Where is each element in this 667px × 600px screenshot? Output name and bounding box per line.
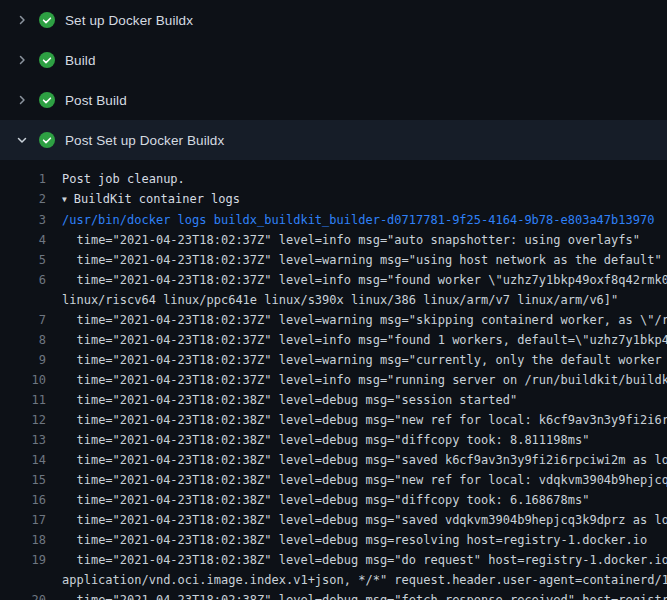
step-section-label: Post Build — [65, 93, 127, 108]
step-section-header[interactable]: Build — [0, 40, 667, 80]
log-line: 12 time="2021-04-23T18:02:38Z" level=deb… — [0, 410, 667, 430]
log-line-text: time="2021-04-23T18:02:38Z" level=debug … — [62, 550, 667, 590]
step-section-header[interactable]: Post Set up Docker Buildx — [0, 120, 667, 160]
check-circle-icon — [39, 52, 55, 68]
log-line: 16 time="2021-04-23T18:02:38Z" level=deb… — [0, 490, 667, 510]
log-line: 18 time="2021-04-23T18:02:38Z" level=deb… — [0, 530, 667, 550]
log-line-text: ▼BuildKit container logs — [62, 189, 667, 210]
chevron-down-icon[interactable] — [14, 132, 30, 148]
log-line-text: time="2021-04-23T18:02:37Z" level=info m… — [62, 270, 667, 310]
log-line-text: /usr/bin/docker logs buildx_buildkit_bui… — [62, 210, 667, 230]
step-sections: Set up Docker Buildx Build Post Buil — [0, 0, 667, 160]
log-line-number[interactable]: 10 — [0, 370, 46, 390]
log-line-number[interactable]: 20 — [0, 590, 46, 600]
log-line-number[interactable]: 16 — [0, 490, 46, 510]
step-section-label: Post Set up Docker Buildx — [65, 133, 224, 148]
step-section-header[interactable]: Set up Docker Buildx — [0, 0, 667, 40]
step-section-label: Build — [65, 53, 96, 68]
log-line-text: time="2021-04-23T18:02:37Z" level=warnin… — [62, 310, 667, 330]
log-line-text: time="2021-04-23T18:02:38Z" level=debug … — [62, 450, 667, 470]
check-circle-icon — [39, 12, 55, 28]
log-line: 9 time="2021-04-23T18:02:37Z" level=warn… — [0, 350, 667, 370]
log-line-number[interactable]: 5 — [0, 250, 46, 270]
log-line-number[interactable]: 8 — [0, 330, 46, 350]
log-line: 8 time="2021-04-23T18:02:37Z" level=info… — [0, 330, 667, 350]
log-line: 15 time="2021-04-23T18:02:38Z" level=deb… — [0, 470, 667, 490]
log-line-number[interactable]: 15 — [0, 470, 46, 490]
log-line: 6 time="2021-04-23T18:02:37Z" level=info… — [0, 270, 667, 310]
step-section-header[interactable]: Post Build — [0, 80, 667, 120]
log-line-text: time="2021-04-23T18:02:38Z" level=debug … — [62, 590, 667, 600]
log-line: 7 time="2021-04-23T18:02:37Z" level=warn… — [0, 310, 667, 330]
log-line-text: Post job cleanup. — [62, 169, 667, 189]
chevron-right-icon[interactable] — [14, 92, 30, 108]
log-line: 1 Post job cleanup. — [0, 169, 667, 189]
log-line-number[interactable]: 12 — [0, 410, 46, 430]
log-line-number[interactable]: 17 — [0, 510, 46, 530]
log-line-text: time="2021-04-23T18:02:38Z" level=debug … — [62, 490, 667, 510]
chevron-right-icon[interactable] — [14, 52, 30, 68]
log-line: 11 time="2021-04-23T18:02:38Z" level=deb… — [0, 390, 667, 410]
log-line: 4 time="2021-04-23T18:02:37Z" level=info… — [0, 230, 667, 250]
log-line-number[interactable]: 13 — [0, 430, 46, 450]
log-line-text: time="2021-04-23T18:02:38Z" level=debug … — [62, 390, 667, 410]
log-line-number[interactable]: 9 — [0, 350, 46, 370]
log-line-number[interactable]: 14 — [0, 450, 46, 470]
group-label[interactable]: BuildKit container logs — [74, 192, 240, 206]
log-line-text: time="2021-04-23T18:02:38Z" level=debug … — [62, 470, 667, 490]
log-line: 14 time="2021-04-23T18:02:38Z" level=deb… — [0, 450, 667, 470]
log-line-number[interactable]: 2 — [0, 189, 46, 209]
log-line-text: time="2021-04-23T18:02:38Z" level=debug … — [62, 410, 667, 430]
log-line-text: time="2021-04-23T18:02:38Z" level=debug … — [62, 430, 667, 450]
log-line: 17 time="2021-04-23T18:02:38Z" level=deb… — [0, 510, 667, 530]
log-line: 5 time="2021-04-23T18:02:37Z" level=warn… — [0, 250, 667, 270]
log-line: 13 time="2021-04-23T18:02:38Z" level=deb… — [0, 430, 667, 450]
log-line-text: time="2021-04-23T18:02:37Z" level=info m… — [62, 370, 667, 390]
step-section-label: Set up Docker Buildx — [65, 13, 193, 28]
log-line-text: time="2021-04-23T18:02:38Z" level=debug … — [62, 510, 667, 530]
log-line-number[interactable]: 11 — [0, 390, 46, 410]
log-line: 10 time="2021-04-23T18:02:37Z" level=inf… — [0, 370, 667, 390]
log-line-number[interactable]: 4 — [0, 230, 46, 250]
log-line-text: time="2021-04-23T18:02:37Z" level=info m… — [62, 330, 667, 350]
workflow-log-viewer: Set up Docker Buildx Build Post Buil — [0, 0, 667, 600]
log-line-number[interactable]: 18 — [0, 530, 46, 550]
log-line: 19 time="2021-04-23T18:02:38Z" level=deb… — [0, 550, 667, 590]
log-line-number[interactable]: 1 — [0, 169, 46, 189]
log-line: 3 /usr/bin/docker logs buildx_buildkit_b… — [0, 210, 667, 230]
chevron-right-icon[interactable] — [14, 12, 30, 28]
group-toggle-icon[interactable]: ▼ — [62, 190, 67, 210]
log-line-number[interactable]: 19 — [0, 550, 46, 570]
log-body: 1 Post job cleanup. 2 ▼BuildKit containe… — [0, 160, 667, 600]
log-line-number[interactable]: 3 — [0, 210, 46, 230]
check-circle-icon — [39, 132, 55, 148]
check-circle-icon — [39, 92, 55, 108]
log-line: 20 time="2021-04-23T18:02:38Z" level=deb… — [0, 590, 667, 600]
log-line-number[interactable]: 7 — [0, 310, 46, 330]
log-line-text: time="2021-04-23T18:02:37Z" level=info m… — [62, 230, 667, 250]
log-line-text: time="2021-04-23T18:02:37Z" level=warnin… — [62, 350, 667, 370]
log-line-text: time="2021-04-23T18:02:37Z" level=warnin… — [62, 250, 667, 270]
log-line-number[interactable]: 6 — [0, 270, 46, 290]
log-line-text: time="2021-04-23T18:02:38Z" level=debug … — [62, 530, 667, 550]
log-line: 2 ▼BuildKit container logs — [0, 189, 667, 210]
